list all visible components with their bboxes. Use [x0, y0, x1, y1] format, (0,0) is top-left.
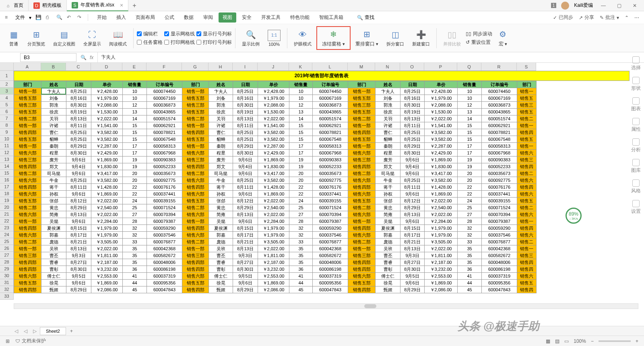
col-header[interactable]: I [233, 63, 258, 71]
cell[interactable]: 销售四部 [182, 286, 209, 293]
cell[interactable]: 600090383 [313, 157, 348, 163]
cell[interactable]: ￥2,428.00 [258, 88, 289, 95]
cell[interactable]: 曹丕 [41, 252, 66, 259]
cell[interactable]: 销售六部 [348, 191, 376, 198]
cell[interactable]: ￥1,428.00 [258, 184, 289, 191]
col-header[interactable]: C [66, 63, 91, 71]
cell[interactable]: 销售五部 [348, 136, 376, 143]
cell[interactable]: 600071524 [147, 204, 182, 211]
row-header[interactable]: 7 [0, 115, 14, 122]
save-icon[interactable]: 💾 [35, 14, 42, 21]
cell[interactable]: 10 [289, 95, 313, 102]
avatar[interactable] [561, 2, 569, 10]
cell[interactable]: 600039155 [313, 198, 348, 204]
name-box[interactable]: B3 [20, 53, 76, 62]
cell[interactable]: 郭嘉 [41, 232, 66, 239]
cell[interactable]: ￥2,088.00 [91, 102, 123, 109]
cell[interactable]: 貂蝉 [376, 136, 400, 143]
cell[interactable]: ￥3,582.00 [91, 129, 123, 136]
close-window-icon[interactable]: ✕ [630, 3, 640, 8]
cell[interactable]: 600051574 [147, 115, 182, 122]
cell[interactable]: 销售五部 [182, 109, 209, 115]
cell[interactable]: 庞德 [41, 239, 66, 245]
cell[interactable]: 600092775 [147, 177, 182, 184]
cell[interactable]: ￥2,429.00 [258, 150, 289, 157]
row-header[interactable]: 29 [0, 266, 14, 272]
ribbon-arrange[interactable]: ⊞重排窗口 ▾ [352, 28, 382, 48]
menu-视图[interactable]: 视图 [219, 12, 236, 23]
cell[interactable]: 8月13日 [66, 211, 91, 218]
cell[interactable]: 600074450 [147, 88, 182, 95]
cell[interactable]: ￥2,022.00 [425, 115, 458, 122]
cell[interactable]: 销售三部 [14, 157, 41, 163]
cell[interactable]: 600076176 [147, 184, 182, 191]
cell[interactable]: 20 [123, 177, 147, 184]
cell[interactable]: ￥2,284.00 [91, 218, 123, 225]
cell[interactable]: 600067968 [313, 150, 348, 157]
row-header[interactable]: 15 [0, 170, 14, 177]
cell[interactable]: 28 [458, 218, 482, 225]
cell[interactable]: ￥3,582.00 [258, 177, 289, 184]
cell[interactable]: 销售二 [517, 170, 537, 177]
cell[interactable]: 600047843 [482, 286, 517, 293]
cell[interactable]: 8月29日 [66, 286, 91, 293]
cell[interactable]: 17 [123, 150, 147, 157]
cell[interactable]: 8月13日 [400, 211, 425, 218]
cell[interactable]: 600062921 [482, 122, 517, 129]
cell[interactable]: 牛金 [209, 177, 233, 184]
cell[interactable]: 41 [289, 273, 313, 280]
row-header[interactable]: 33 [0, 293, 14, 300]
cell[interactable]: 郭淮 [209, 102, 233, 109]
cell[interactable]: 12 [289, 102, 313, 109]
cell[interactable]: 35 [458, 245, 482, 252]
cell[interactable]: 20 [458, 177, 482, 184]
cell[interactable]: ￥1,530.00 [425, 109, 458, 115]
cell[interactable]: 销售四 [517, 184, 537, 191]
cell[interactable]: 44 [289, 280, 313, 286]
cell[interactable]: 刘备 [209, 95, 233, 102]
menu-开发工具[interactable]: 开发工具 [257, 12, 285, 23]
menu-插入[interactable]: 插入 [112, 12, 130, 23]
cell[interactable]: 600048006 [147, 259, 182, 266]
cell[interactable]: 9月3日 [233, 252, 258, 259]
cell[interactable]: 张郃 [376, 198, 400, 204]
redo-icon[interactable]: ↷ [77, 14, 84, 21]
cell[interactable]: 600052233 [147, 163, 182, 170]
cell[interactable]: 8月30日 [400, 266, 425, 273]
cell[interactable]: 销售一部 [348, 245, 376, 252]
cell[interactable]: ￥1,869.00 [425, 280, 458, 286]
cell[interactable]: 销售四 [517, 163, 537, 170]
share-button[interactable]: ↗ 分享 [579, 14, 594, 21]
cell[interactable]: 程昱 [209, 150, 233, 157]
header-cell[interactable]: 单价 [91, 81, 123, 88]
row-header[interactable]: 22 [0, 218, 14, 224]
cell[interactable]: 33 [458, 239, 482, 245]
cell[interactable]: 600076877 [147, 239, 182, 245]
cell[interactable]: 销售六部 [182, 232, 209, 239]
cell[interactable]: 8月29日 [233, 204, 258, 211]
cell[interactable]: 卞夫人 [376, 88, 400, 95]
cell[interactable]: 傅士仁 [376, 273, 400, 280]
view-page-icon[interactable]: ▭ [564, 338, 569, 344]
cell[interactable]: ￥1,830.00 [258, 163, 289, 170]
side-analyze[interactable]: 分析 [631, 138, 641, 153]
cell[interactable]: 8月12日 [66, 198, 91, 204]
cell[interactable]: 36 [289, 266, 313, 273]
cell[interactable]: 销售四部 [14, 225, 41, 232]
cell[interactable]: 司马懿 [376, 170, 400, 177]
chevron-down-icon[interactable]: ▾ [29, 15, 31, 21]
cell[interactable]: 郑文 [41, 163, 66, 170]
col-header[interactable]: G [182, 63, 208, 71]
cell[interactable]: 蒋干 [41, 184, 66, 191]
cell[interactable]: 曹仁 [41, 129, 66, 136]
cell[interactable]: 吴懿 [41, 218, 66, 225]
cell[interactable]: 销售四部 [348, 129, 376, 136]
cell[interactable]: 35 [289, 252, 313, 259]
cell[interactable]: 销售四部 [348, 184, 376, 191]
cell[interactable]: 卞夫人 [41, 88, 66, 95]
cell[interactable]: 28 [123, 218, 147, 225]
cell[interactable]: 销售五 [517, 280, 537, 286]
cell[interactable]: 600037546 [147, 232, 182, 239]
cell[interactable]: 600070394 [482, 211, 517, 218]
cell[interactable]: 关羽 [376, 115, 400, 122]
